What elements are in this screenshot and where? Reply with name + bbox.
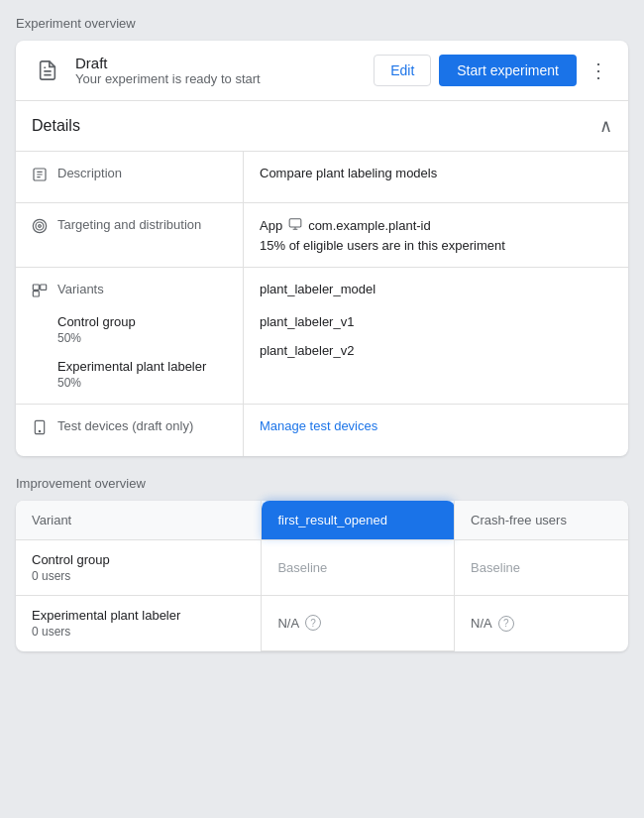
model-header: plant_labeler_model	[260, 282, 612, 296]
experimental-name: Experimental plant labeler	[57, 359, 206, 374]
manage-test-devices-link[interactable]: Manage test devices	[260, 418, 377, 433]
test-devices-label-text: Test devices (draft only)	[57, 418, 193, 433]
description-value: Compare plant labeling models	[244, 152, 628, 202]
svg-point-17	[39, 430, 40, 431]
experiment-overview-label: Experiment overview	[16, 16, 628, 31]
experiment-card: Draft Your experiment is ready to start …	[16, 41, 628, 456]
experimental-variant-cell: Experimental plant labeler 0 users	[16, 596, 262, 651]
col-variant-header: Variant	[16, 501, 262, 540]
draft-header: Draft Your experiment is ready to start …	[16, 41, 628, 101]
control-group-name: Control group	[57, 314, 206, 329]
app-icon	[288, 217, 302, 234]
control-variant-name: Control group	[32, 552, 245, 567]
variants-row: Variants Control group 50% Experimental …	[16, 268, 628, 405]
targeting-row: Targeting and distribution App com.examp…	[16, 203, 628, 268]
svg-point-8	[39, 225, 42, 228]
col-metric-header: first_result_opened	[262, 501, 455, 540]
description-row: Description Compare plant labeling model…	[16, 152, 628, 203]
description-icon	[32, 167, 48, 185]
app-prefix: App	[260, 218, 282, 233]
draft-icon	[32, 55, 63, 86]
improvement-overview-label: Improvement overview	[16, 476, 628, 491]
model-v2: plant_labeler_v2	[260, 343, 612, 358]
description-label: Description	[16, 152, 244, 202]
svg-rect-13	[41, 285, 47, 290]
details-header: Details ∧	[16, 101, 628, 152]
control-crash-value: Baseline	[471, 560, 520, 575]
variants-value: plant_labeler_model plant_labeler_v1 pla…	[244, 268, 628, 404]
improvement-table: Variant first_result_opened Crash-free u…	[16, 501, 628, 651]
model-v1: plant_labeler_v1	[260, 314, 612, 329]
test-devices-icon	[32, 419, 48, 438]
variants-icon	[32, 283, 48, 301]
experimental-crash-value: N/A ?	[471, 616, 612, 632]
draft-title: Draft	[75, 55, 374, 71]
svg-point-7	[36, 222, 44, 230]
experimental-pct: 50%	[57, 376, 206, 390]
variants-label: Variants Control group 50% Experimental …	[16, 268, 244, 404]
experimental-variant-name: Experimental plant labeler	[32, 608, 245, 623]
details-title: Details	[32, 117, 80, 135]
control-metric-cell: Baseline	[262, 540, 455, 596]
targeting-icon	[32, 218, 48, 237]
metric-help-icon[interactable]: ?	[305, 615, 321, 631]
control-group-pct: 50%	[57, 331, 206, 345]
draft-subtitle: Your experiment is ready to start	[75, 71, 374, 86]
app-id: com.example.plant-id	[308, 218, 431, 233]
app-row: App com.example.plant-id	[260, 217, 612, 234]
variants-label-block: Variants Control group 50% Experimental …	[57, 282, 206, 390]
edit-button[interactable]: Edit	[374, 55, 431, 86]
more-options-button[interactable]: ⋮	[585, 55, 612, 86]
control-user-count: 0 users	[32, 569, 245, 583]
targeting-value: App com.example.plant-id 15% of eligible…	[244, 203, 628, 267]
test-devices-label: Test devices (draft only)	[16, 405, 244, 456]
crash-help-icon[interactable]: ?	[498, 616, 514, 632]
targeting-label-text: Targeting and distribution	[57, 217, 201, 232]
svg-rect-9	[289, 219, 301, 227]
eligibility-text: 15% of eligible users are in this experi…	[260, 238, 612, 253]
experimental-metric-value: N/A ?	[277, 615, 438, 631]
svg-point-6	[33, 219, 46, 232]
control-metric-value: Baseline	[277, 560, 327, 575]
variants-label-text: Variants	[57, 282, 206, 296]
table-row: Control group 0 users Baseline Baseline	[16, 540, 628, 596]
targeting-label: Targeting and distribution	[16, 203, 244, 267]
collapse-icon[interactable]: ∧	[599, 115, 612, 137]
description-label-text: Description	[57, 166, 122, 180]
table-row: Experimental plant labeler 0 users N/A ?…	[16, 596, 628, 651]
test-devices-row: Test devices (draft only) Manage test de…	[16, 405, 628, 456]
draft-actions: Edit Start experiment ⋮	[374, 55, 612, 86]
col-crash-header: Crash-free users	[455, 501, 628, 540]
improvement-card: Variant first_result_opened Crash-free u…	[16, 501, 628, 651]
experimental-user-count: 0 users	[32, 625, 245, 639]
draft-text: Draft Your experiment is ready to start	[75, 55, 374, 86]
experimental-metric-cell: N/A ?	[262, 596, 455, 651]
start-experiment-button[interactable]: Start experiment	[439, 55, 577, 86]
experimental-crash-cell: N/A ?	[455, 596, 628, 651]
control-variant-cell: Control group 0 users	[16, 540, 262, 596]
table-header-row: Variant first_result_opened Crash-free u…	[16, 501, 628, 540]
test-devices-value: Manage test devices	[244, 405, 628, 456]
control-crash-cell: Baseline	[455, 540, 628, 596]
svg-rect-12	[33, 285, 39, 290]
svg-rect-14	[33, 292, 39, 296]
